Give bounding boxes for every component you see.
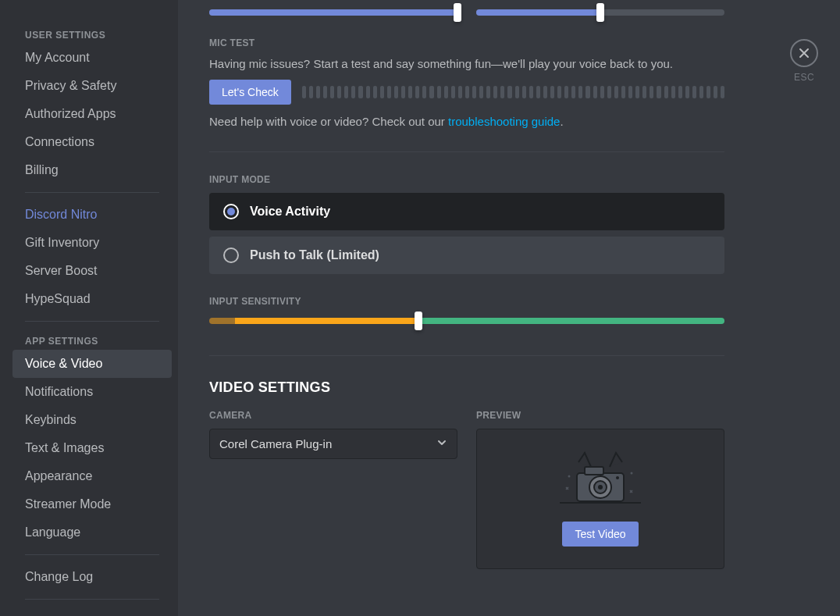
preview-header: PREVIEW <box>476 410 724 421</box>
input-mode-push-to-talk[interactable]: Push to Talk (Limited) <box>209 237 724 274</box>
radio-label: Voice Activity <box>250 205 330 219</box>
sidebar-separator <box>25 192 159 193</box>
test-video-button[interactable]: Test Video <box>562 522 638 547</box>
close-button[interactable] <box>790 39 818 67</box>
mic-test-description: Having mic issues? Start a test and say … <box>209 56 724 72</box>
input-mode-group: Voice Activity Push to Talk (Limited) <box>209 193 724 274</box>
sidebar-item-discord-nitro[interactable]: Discord Nitro <box>12 201 172 229</box>
video-preview: Test Video <box>476 429 724 569</box>
sidebar-item-connections[interactable]: Connections <box>12 128 172 156</box>
sidebar-item-change-log[interactable]: Change Log <box>12 563 172 591</box>
settings-content: ESC MIC TEST Having mic issues? Start a … <box>178 0 840 616</box>
lets-check-button[interactable]: Let's Check <box>209 80 291 105</box>
divider <box>209 355 724 356</box>
radio-label: Push to Talk (Limited) <box>250 248 379 262</box>
mic-level-meter <box>302 86 724 98</box>
svg-rect-2 <box>585 467 603 475</box>
radio-icon <box>223 204 239 219</box>
sidebar-item-my-account[interactable]: My Account <box>12 44 172 72</box>
video-settings-heading: VIDEO SETTINGS <box>209 379 724 396</box>
camera-select-value: Corel Camera Plug-in <box>219 437 332 450</box>
close-icon <box>798 47 810 59</box>
sidebar-item-hypesquad[interactable]: HypeSquad <box>12 285 172 313</box>
camera-header: CAMERA <box>209 410 457 421</box>
radio-icon <box>223 247 239 263</box>
sidebar-item-billing[interactable]: Billing <box>12 156 172 184</box>
svg-point-6 <box>616 476 619 479</box>
close-area: ESC <box>790 39 818 83</box>
mic-test-header: MIC TEST <box>209 37 724 48</box>
sidebar-item-language[interactable]: Language <box>12 518 172 547</box>
sidebar-header-app-settings: APP SETTINGS <box>12 329 172 350</box>
sidebar-header-user-settings: USER SETTINGS <box>12 23 172 44</box>
input-volume-slider[interactable] <box>209 9 457 16</box>
sidebar-item-streamer-mode[interactable]: Streamer Mode <box>12 490 172 518</box>
settings-sidebar: USER SETTINGS My Account Privacy & Safet… <box>0 0 178 616</box>
sidebar-item-appearance[interactable]: Appearance <box>12 462 172 490</box>
sidebar-separator <box>25 321 159 322</box>
sidebar-separator <box>25 599 159 600</box>
sidebar-item-notifications[interactable]: Notifications <box>12 378 172 406</box>
svg-point-7 <box>568 475 571 478</box>
camera-select[interactable]: Corel Camera Plug-in <box>209 429 457 459</box>
sidebar-item-server-boost[interactable]: Server Boost <box>12 257 172 285</box>
mic-test-help: Need help with voice or video? Check out… <box>209 114 724 130</box>
input-mode-voice-activity[interactable]: Voice Activity <box>209 193 724 230</box>
svg-point-8 <box>631 472 633 475</box>
input-mode-header: INPUT MODE <box>209 174 724 185</box>
sidebar-item-authorized-apps[interactable]: Authorized Apps <box>12 100 172 128</box>
input-sensitivity-header: INPUT SENSITIVITY <box>209 296 724 307</box>
sidebar-item-keybinds[interactable]: Keybinds <box>12 406 172 434</box>
output-volume-slider[interactable] <box>476 9 724 16</box>
sidebar-item-text-images[interactable]: Text & Images <box>12 434 172 462</box>
sidebar-item-voice-video[interactable]: Voice & Video <box>12 350 172 378</box>
troubleshooting-guide-link[interactable]: troubleshooting guide <box>448 115 560 128</box>
divider <box>209 151 724 152</box>
sidebar-separator <box>25 554 159 555</box>
sidebar-item-log-out[interactable]: Log Out <box>12 607 172 616</box>
input-sensitivity-slider[interactable] <box>209 318 724 324</box>
camera-icon <box>553 451 647 507</box>
volume-sliders-row <box>209 0 724 16</box>
sidebar-item-gift-inventory[interactable]: Gift Inventory <box>12 229 172 257</box>
svg-point-5 <box>598 485 603 490</box>
sidebar-item-privacy-safety[interactable]: Privacy & Safety <box>12 72 172 100</box>
chevron-down-icon <box>436 437 447 450</box>
close-label: ESC <box>794 72 814 83</box>
